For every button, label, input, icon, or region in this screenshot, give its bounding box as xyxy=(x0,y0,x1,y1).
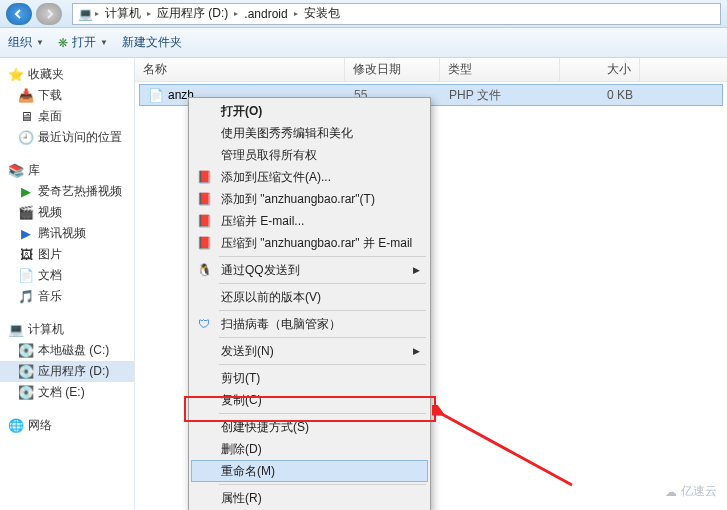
col-type[interactable]: 类型 xyxy=(440,58,560,81)
ctx-email-rar[interactable]: 📕压缩到 "anzhuangbao.rar" 并 E-mail xyxy=(191,232,428,254)
sidebar-item[interactable]: ▶腾讯视频 xyxy=(0,223,134,244)
breadcrumb-item[interactable]: 应用程序 (D:) xyxy=(153,5,232,22)
video-icon: 🎬 xyxy=(18,205,34,221)
computer-group: 💻计算机 💽本地磁盘 (C:) 💽应用程序 (D:) 💽文档 (E:) xyxy=(0,319,134,403)
ctx-properties[interactable]: 属性(R) xyxy=(191,487,428,509)
separator xyxy=(219,337,426,338)
ctx-add-archive[interactable]: 📕添加到压缩文件(A)... xyxy=(191,166,428,188)
sidebar-item[interactable]: 🎬视频 xyxy=(0,202,134,223)
network-group: 🌐网络 xyxy=(0,415,134,436)
separator xyxy=(219,283,426,284)
shield-icon: 🛡 xyxy=(195,315,213,333)
rar-icon: 📕 xyxy=(195,190,213,208)
nav-forward-button[interactable] xyxy=(36,3,62,25)
column-headers: 名称 修改日期 类型 大小 xyxy=(135,58,727,82)
chevron-right-icon: ▸ xyxy=(95,9,99,18)
ctx-email[interactable]: 📕压缩并 E-mail... xyxy=(191,210,428,232)
download-icon: 📥 xyxy=(18,88,34,104)
picture-icon: 🖼 xyxy=(18,247,34,263)
toolbar: 组织 ▼ ❋ 打开 ▼ 新建文件夹 xyxy=(0,28,727,58)
file-icon: 📄 xyxy=(148,87,164,103)
drive-icon: 💽 xyxy=(18,364,34,380)
submenu-arrow-icon: ▶ xyxy=(413,346,420,356)
titlebar: 💻 ▸ 计算机 ▸ 应用程序 (D:) ▸ .android ▸ 安装包 xyxy=(0,0,727,28)
organize-menu[interactable]: 组织 ▼ xyxy=(8,34,44,51)
sidebar-item[interactable]: 🎵音乐 xyxy=(0,286,134,307)
ctx-add-rar[interactable]: 📕添加到 "anzhuangbao.rar"(T) xyxy=(191,188,428,210)
ctx-scan-virus[interactable]: 🛡扫描病毒（电脑管家） xyxy=(191,313,428,335)
network-header[interactable]: 🌐网络 xyxy=(0,415,134,436)
sidebar-item-recent[interactable]: 🕘最近访问的位置 xyxy=(0,127,134,148)
sidebar-item-desktop[interactable]: 🖥桌面 xyxy=(0,106,134,127)
sidebar-item-drive-d[interactable]: 💽应用程序 (D:) xyxy=(0,361,134,382)
col-size[interactable]: 大小 xyxy=(560,58,640,81)
ctx-admin[interactable]: 管理员取得所有权 xyxy=(191,144,428,166)
separator xyxy=(219,484,426,485)
col-date[interactable]: 修改日期 xyxy=(345,58,440,81)
ctx-send-to[interactable]: 发送到(N)▶ xyxy=(191,340,428,362)
rar-icon: 📕 xyxy=(195,234,213,252)
document-icon: 📄 xyxy=(18,268,34,284)
breadcrumb-item[interactable]: 计算机 xyxy=(101,5,145,22)
sidebar: ⭐收藏夹 📥下载 🖥桌面 🕘最近访问的位置 📚库 ▶爱奇艺热播视频 🎬视频 ▶腾… xyxy=(0,58,135,510)
ctx-shortcut[interactable]: 创建快捷方式(S) xyxy=(191,416,428,438)
chevron-down-icon: ▼ xyxy=(36,38,44,47)
breadcrumb-item[interactable]: 安装包 xyxy=(300,5,344,22)
favorites-header[interactable]: ⭐收藏夹 xyxy=(0,64,134,85)
computer-header[interactable]: 💻计算机 xyxy=(0,319,134,340)
watermark: ☁ 亿速云 xyxy=(665,483,717,500)
sidebar-item[interactable]: ▶爱奇艺热播视频 xyxy=(0,181,134,202)
sidebar-item-downloads[interactable]: 📥下载 xyxy=(0,85,134,106)
rar-icon: 📕 xyxy=(195,168,213,186)
organize-label: 组织 xyxy=(8,34,32,51)
ctx-delete[interactable]: 删除(D) xyxy=(191,438,428,460)
network-icon: 🌐 xyxy=(8,418,24,434)
nav-back-button[interactable] xyxy=(6,3,32,25)
sidebar-item[interactable]: 🖼图片 xyxy=(0,244,134,265)
video-icon: ▶ xyxy=(18,226,34,242)
cloud-icon: ☁ xyxy=(665,485,677,499)
library-group: 📚库 ▶爱奇艺热播视频 🎬视频 ▶腾讯视频 🖼图片 📄文档 🎵音乐 xyxy=(0,160,134,307)
open-icon: ❋ xyxy=(58,36,68,50)
sidebar-item-drive-e[interactable]: 💽文档 (E:) xyxy=(0,382,134,403)
separator xyxy=(219,413,426,414)
qq-icon: 🐧 xyxy=(195,261,213,279)
ctx-rename[interactable]: 重命名(M) xyxy=(191,460,428,482)
new-folder-button[interactable]: 新建文件夹 xyxy=(122,34,182,51)
separator xyxy=(219,310,426,311)
new-folder-label: 新建文件夹 xyxy=(122,34,182,51)
col-name[interactable]: 名称 xyxy=(135,58,345,81)
breadcrumb[interactable]: 💻 ▸ 计算机 ▸ 应用程序 (D:) ▸ .android ▸ 安装包 xyxy=(72,3,721,25)
ctx-prev-version[interactable]: 还原以前的版本(V) xyxy=(191,286,428,308)
ctx-qq-send[interactable]: 🐧通过QQ发送到▶ xyxy=(191,259,428,281)
drive-icon: 💽 xyxy=(18,385,34,401)
library-header[interactable]: 📚库 xyxy=(0,160,134,181)
open-menu[interactable]: ❋ 打开 ▼ xyxy=(58,34,108,51)
star-icon: ⭐ xyxy=(8,67,24,83)
ctx-cut[interactable]: 剪切(T) xyxy=(191,367,428,389)
chevron-right-icon: ▸ xyxy=(147,9,151,18)
sidebar-item[interactable]: 📄文档 xyxy=(0,265,134,286)
computer-icon: 💻 xyxy=(8,322,24,338)
video-icon: ▶ xyxy=(18,184,34,200)
file-type: PHP 文件 xyxy=(441,87,561,104)
library-icon: 📚 xyxy=(8,163,24,179)
file-size: 0 KB xyxy=(561,88,641,102)
ctx-meitu[interactable]: 使用美图秀秀编辑和美化 xyxy=(191,122,428,144)
computer-icon: 💻 xyxy=(77,6,93,22)
recent-icon: 🕘 xyxy=(18,130,34,146)
ctx-open[interactable]: 打开(O) xyxy=(191,100,428,122)
desktop-icon: 🖥 xyxy=(18,109,34,125)
drive-icon: 💽 xyxy=(18,343,34,359)
chevron-right-icon: ▸ xyxy=(234,9,238,18)
submenu-arrow-icon: ▶ xyxy=(413,265,420,275)
separator xyxy=(219,256,426,257)
rar-icon: 📕 xyxy=(195,212,213,230)
open-label: 打开 xyxy=(72,34,96,51)
separator xyxy=(219,364,426,365)
sidebar-item-drive-c[interactable]: 💽本地磁盘 (C:) xyxy=(0,340,134,361)
chevron-down-icon: ▼ xyxy=(100,38,108,47)
breadcrumb-item[interactable]: .android xyxy=(240,7,291,21)
ctx-copy[interactable]: 复制(C) xyxy=(191,389,428,411)
favorites-group: ⭐收藏夹 📥下载 🖥桌面 🕘最近访问的位置 xyxy=(0,64,134,148)
